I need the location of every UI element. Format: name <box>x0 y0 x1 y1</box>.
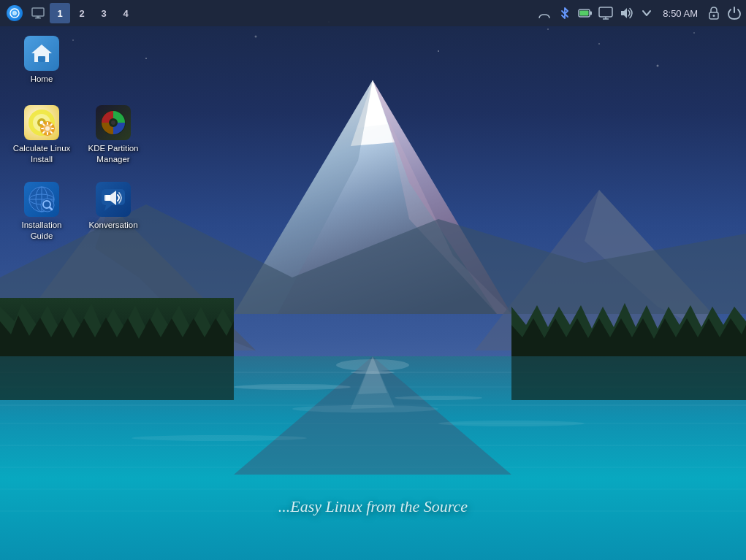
svg-point-49 <box>542 9 547 14</box>
clock[interactable]: 8:50 AM <box>658 3 702 23</box>
bluetooth-tray-icon[interactable] <box>556 3 574 23</box>
battery-tray-icon[interactable] <box>576 3 594 23</box>
home-desktop-icon[interactable]: Home <box>9 33 75 88</box>
svg-point-38 <box>292 405 438 413</box>
svg-rect-48 <box>35 18 41 19</box>
svg-point-41 <box>351 371 395 374</box>
volume-icon <box>619 7 633 20</box>
battery-icon <box>578 8 593 18</box>
app-menu-button[interactable] <box>3 3 26 23</box>
workspace-3-button[interactable]: 3 <box>94 3 114 23</box>
taskbar-left: 1 2 3 4 <box>3 3 136 23</box>
bluetooth-icon <box>560 7 570 20</box>
svg-point-40 <box>438 421 585 426</box>
taskbar: 1 2 3 4 <box>0 0 746 26</box>
lock-icon <box>708 7 720 20</box>
svg-point-36 <box>234 384 351 390</box>
show-desktop-button[interactable] <box>28 3 48 23</box>
svg-point-2 <box>255 36 257 38</box>
lock-tray-icon[interactable] <box>705 3 723 23</box>
svg-point-42 <box>336 359 409 371</box>
taskbar-right: 8:50 AM <box>536 3 743 23</box>
svg-point-37 <box>395 396 482 400</box>
workspace-4-button[interactable]: 4 <box>115 3 136 23</box>
svg-point-9 <box>693 32 695 34</box>
svg-point-68 <box>111 120 115 125</box>
expand-tray-button[interactable] <box>638 3 655 23</box>
power-tray-icon[interactable] <box>726 3 743 23</box>
svg-rect-34 <box>0 356 234 400</box>
app-menu-icon <box>7 5 23 21</box>
desktop-icon <box>31 7 45 19</box>
svg-point-57 <box>713 15 715 17</box>
calculate-linux-install-label: Calculate Linux Install <box>12 143 72 165</box>
user-icon <box>538 7 551 20</box>
svg-rect-58 <box>38 56 45 62</box>
svg-point-4 <box>547 28 549 30</box>
konversation-icon <box>96 182 131 217</box>
svg-marker-78 <box>104 205 112 211</box>
kde-partition-manager-label: KDE Partition Manager <box>83 143 143 165</box>
calculate-linux-install-icon <box>24 105 59 140</box>
svg-point-8 <box>598 43 600 45</box>
kde-partition-manager-desktop-icon[interactable]: KDE Partition Manager <box>80 102 146 168</box>
chevron-down-icon <box>642 8 652 18</box>
display-icon <box>598 7 613 20</box>
svg-point-39 <box>132 435 307 441</box>
volume-tray-icon[interactable] <box>617 3 635 23</box>
calculate-linux-install-desktop-icon[interactable]: Calculate Linux Install <box>9 102 75 168</box>
power-icon <box>728 7 741 20</box>
svg-rect-52 <box>580 11 589 16</box>
svg-rect-51 <box>590 12 592 15</box>
konversation-desktop-icon[interactable]: Konversation <box>80 179 146 234</box>
svg-rect-79 <box>104 195 110 201</box>
home-icon <box>24 36 59 71</box>
konversation-label: Konversation <box>88 220 137 231</box>
installation-guide-desktop-icon[interactable]: Installation Guide <box>9 179 75 245</box>
workspace-1-button[interactable]: 1 <box>50 3 70 23</box>
user-tray-icon[interactable] <box>536 3 553 23</box>
svg-point-1 <box>145 58 147 59</box>
svg-rect-47 <box>37 16 39 18</box>
display-tray-icon[interactable] <box>597 3 614 23</box>
svg-rect-35 <box>511 356 746 400</box>
desktop: 1 2 3 4 <box>0 0 746 560</box>
svg-point-3 <box>438 50 439 52</box>
svg-rect-46 <box>32 8 44 16</box>
svg-point-65 <box>45 126 50 131</box>
svg-rect-53 <box>599 7 612 17</box>
installation-guide-icon <box>24 182 59 217</box>
kde-partition-manager-icon <box>96 105 131 140</box>
workspace-2-button[interactable]: 2 <box>72 3 92 23</box>
installation-guide-label: Installation Guide <box>12 220 72 242</box>
home-icon-label: Home <box>31 74 53 85</box>
svg-point-5 <box>657 65 659 67</box>
